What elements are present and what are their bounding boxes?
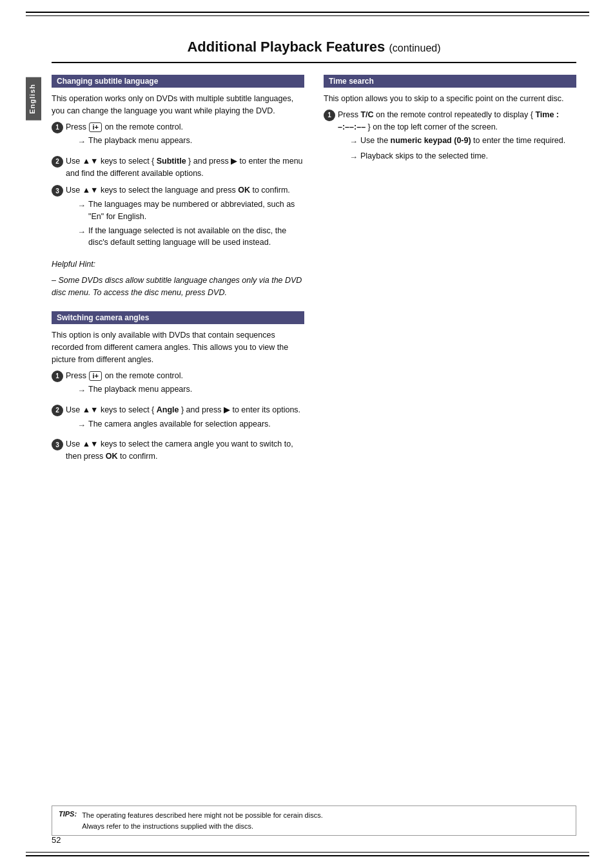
subtitle-step-3-arrow-text-1: The languages may be numbered or abbrevi… [88,198,304,223]
step-num-1: 1 [52,122,63,133]
subtitle-step-3: 3 Use ▲▼ keys to select the language and… [52,184,304,251]
time-step-1-content: Press T/C on the remote control repeated… [338,109,576,166]
time-intro: This option allows you to skip to a spec… [324,93,576,105]
page-number: 52 [52,835,61,845]
info-icon-2: i+ [89,371,101,381]
tips-text-2: Always refer to the instructions supplie… [82,821,323,832]
subtitle-step-3-arrow-text-2: If the language selected is not availabl… [88,225,304,249]
time-step-num-1: 1 [324,110,335,121]
arrow-icon-3b: → [77,226,86,238]
camera-step-1-arrow: → The playback menu appears. [77,383,304,397]
time-step-1-arrow-1: → Use the numeric keypad (0-9) to enter … [349,135,576,148]
subtitle-intro: This operation works only on DVDs with m… [52,93,304,117]
subtitle-step-3-arrow-1: → The languages may be numbered or abbre… [77,198,304,223]
camera-step-1-content: Press i+ on the remote control. → The pl… [66,370,304,399]
border-bottom-outer [26,855,589,856]
arrow-icon-1: → [77,135,86,148]
subtitle-step-2: 2 Use ▲▼ keys to select { Subtitle } and… [52,155,304,180]
camera-step-2-content: Use ▲▼ keys to select { Angle } and pres… [66,404,304,433]
helpful-hint: Helpful Hint: – Some DVDs discs allow su… [52,258,304,298]
left-column: Changing subtitle language This operatio… [52,75,304,468]
time-step-1: 1 Press T/C on the remote control repeat… [324,109,576,166]
subtitle-step-1: 1 Press i+ on the remote control. → The … [52,121,304,150]
step-num-3: 3 [52,185,63,197]
arrow-icon-t1: → [349,135,358,148]
subtitle-step-1-arrow-text-1: The playback menu appears. [88,135,192,147]
camera-step-num-2: 2 [52,405,63,416]
camera-step-2: 2 Use ▲▼ keys to select { Angle } and pr… [52,404,304,433]
page-title-text: Additional Playback Features [187,39,385,55]
border-top-outer [26,12,589,13]
info-icon-1: i+ [89,122,101,132]
border-bottom-inner [26,852,589,853]
main-columns: Changing subtitle language This operatio… [52,75,576,468]
camera-step-1: 1 Press i+ on the remote control. → The … [52,370,304,399]
camera-step-num-1: 1 [52,371,63,382]
camera-intro: This option is only available with DVDs … [52,329,304,365]
arrow-icon-3a: → [77,199,86,212]
subtitle-step-1-content: Press i+ on the remote control. → The pl… [66,121,304,150]
camera-step-2-arrow: → The camera angles available for select… [77,418,304,432]
subtitle-step-3-content: Use ▲▼ keys to select the language and p… [66,184,304,251]
subtitle-step-1-arrow-1: → The playback menu appears. [77,135,304,148]
camera-step-num-3: 3 [52,439,63,450]
helpful-hint-text: – Some DVDs discs allow subtitle languag… [52,275,304,299]
section-subtitle-header: Changing subtitle language [52,75,304,88]
camera-step-2-arrow-text: The camera angles available for selectio… [88,418,271,430]
right-column: Time search This option allows you to sk… [324,75,576,468]
arrow-icon-c2: → [77,419,86,432]
step-num-2: 2 [52,156,63,168]
time-step-1-arrow-text-1: Use the numeric keypad (0-9) to enter th… [360,135,565,147]
tips-label: TIPS: [59,810,77,818]
arrow-icon-c1: → [77,384,86,397]
helpful-hint-title: Helpful Hint: [52,258,304,271]
page-title: Additional Playback Features (continued) [52,39,576,63]
page-title-continued: (continued) [389,43,440,53]
section-time-header: Time search [324,75,576,88]
tips-box: TIPS: The operating features described h… [52,805,576,836]
time-step-1-arrow-text-2: Playback skips to the selected time. [360,150,488,162]
time-step-1-arrow-2: → Playback skips to the selected time. [349,150,576,164]
side-tab: English [26,77,41,121]
camera-step-1-arrow-text: The playback menu appears. [88,383,192,396]
tips-text-1: The operating features described here mi… [82,810,323,821]
camera-step-3: 3 Use ▲▼ keys to select the camera angle… [52,438,304,463]
subtitle-step-3-arrow-2: → If the language selected is not availa… [77,225,304,249]
section-camera-header: Switching camera angles [52,311,304,324]
subtitle-step-2-content: Use ▲▼ keys to select { Subtitle } and p… [66,155,304,180]
page: English Additional Playback Features (co… [0,0,615,868]
border-top-inner [26,15,589,16]
camera-step-3-content: Use ▲▼ keys to select the camera angle y… [66,438,304,463]
arrow-icon-t2: → [349,151,358,164]
tips-content: The operating features described here mi… [82,810,323,831]
